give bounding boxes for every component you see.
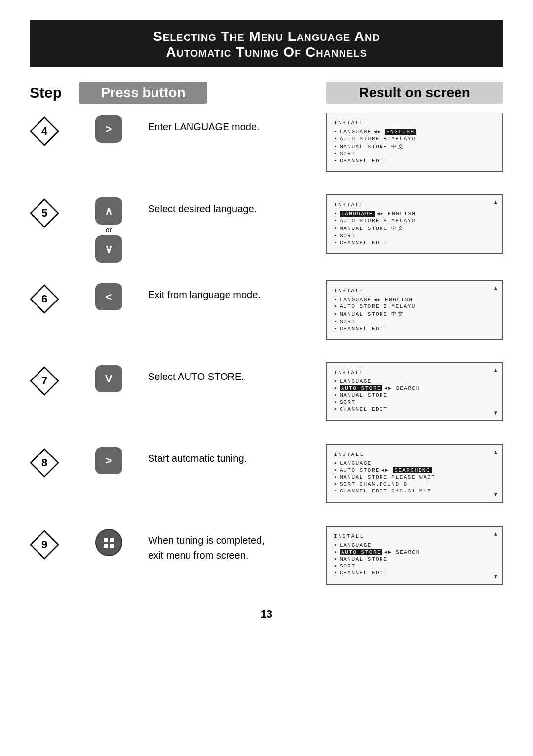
or-label: or [106,226,112,234]
svg-rect-6 [104,538,108,542]
screen-row-5-4: ▪CHANNEL EDIT [334,240,495,246]
step-row-5: 5∧or∨Select desired language.▲INSTALL▪LA… [30,194,503,263]
press-header: Press button [79,82,207,104]
screen-row-6-0: ▪LANGUAGE◄►ENGLISH [334,297,495,302]
screen-row-5-1: ▪AUTO STOREB.MELAYU [334,218,495,224]
screen-arrow-up-5: ▲ [494,199,497,206]
tv-screen-5: ▲INSTALL▪LANGUAGE◄►ENGLISH▪AUTO STOREB.M… [326,194,503,254]
screen-title-9: INSTALL [334,533,495,539]
screen-row-7-2: ▪MANUAL STORE [334,392,495,398]
screen-row-7-1: ▪AUTO STORE◄►SEARCH [334,385,495,391]
diamond-icon-4: 4 [30,116,59,146]
screen-arrow-down-7: ▼ [494,410,497,416]
step-description-7: Select AUTO STORE. [138,362,326,384]
button-col-8: > [79,444,138,474]
step-description-9: When tuning is completed,exit menu from … [138,526,326,563]
screen-row-4-1: ▪AUTO STOREB.MELAYU [334,136,495,142]
screen-row-8-4: ▪CHANNEL EDIT048.31 MHZ [334,488,495,494]
tv-screen-9: ▲INSTALL▪LANGUAGE▪AUTO STORE◄►SEARCH▪MAN… [326,526,503,585]
step-number-9: 9 [30,526,79,560]
screen-row-6-4: ▪CHANNEL EDIT [334,326,495,332]
screen-row-6-1: ▪AUTO STOREB.MELAYU [334,303,495,309]
step-description-8: Start automatic tuning. [138,444,326,466]
diamond-icon-8: 8 [30,448,59,478]
step-number-4: 4 [30,113,79,146]
step-row-9: 9When tuning is completed,exit menu from… [30,526,503,590]
screen-row-8-3: ▪SORTCHAN.FOUND 8 [334,481,495,487]
tv-screen-6: ▲INSTALL▪LANGUAGE◄►ENGLISH▪AUTO STOREB.M… [326,280,503,340]
screen-col-5: ▲INSTALL▪LANGUAGE◄►ENGLISH▪AUTO STOREB.M… [326,194,503,254]
up-button-step-5[interactable]: ∧ [95,197,122,225]
screen-col-4: INSTALL▪LANGUAGE◄►ENGLISH▪AUTO STOREB.ME… [326,113,503,172]
button-col-9 [79,526,138,556]
step-label-8: 8 [41,456,47,469]
step-number-8: 8 [30,444,79,478]
screen-row-4-3: ▪SORT [334,151,495,157]
svg-rect-7 [110,538,114,542]
screen-row-4-2: ▪MANUAL STORE中文 [334,143,495,150]
button-col-7: V [79,362,138,392]
step-row-4: 4>Enter LANGUAGE mode.INSTALL▪LANGUAGE◄►… [30,113,503,177]
result-header: Result on screen [326,82,503,104]
button-col-6: < [79,280,138,310]
svg-rect-8 [104,544,108,548]
step-number-5: 5 [30,194,79,228]
step-row-7: 7VSelect AUTO STORE.▲INSTALL▪LANGUAGE▪AU… [30,362,503,426]
step-description-5: Select desired language. [138,194,326,216]
title-line1: Selecting The Menu Language And [39,29,494,44]
steps-container: 4>Enter LANGUAGE mode.INSTALL▪LANGUAGE◄►… [30,113,503,590]
screen-row-4-4: ▪CHANNEL EDIT [334,158,495,164]
screen-row-8-1: ▪AUTO STORE◄►SEARCHING [334,467,495,473]
screen-row-7-0: ▪LANGUAGE [334,378,495,384]
step-number-6: 6 [30,280,79,314]
page-number: 13 [30,608,503,621]
screen-row-7-4: ▪CHANNEL EDIT [334,406,495,412]
title-line2: Automatic Tuning Of Channels [39,44,494,60]
screen-arrow-up-7: ▲ [494,367,497,374]
diamond-icon-5: 5 [30,198,59,228]
step-label-4: 4 [41,125,47,138]
svg-rect-9 [110,544,114,548]
step-row-6: 6<Exit from language mode.▲INSTALL▪LANGU… [30,280,503,344]
right-button-step-4[interactable]: > [95,115,122,143]
left-button-step-6[interactable]: < [95,283,122,310]
step-number-7: 7 [30,362,79,396]
screen-row-5-0: ▪LANGUAGE◄►ENGLISH [334,211,495,217]
step-label-5: 5 [41,207,47,220]
down-button-step-7[interactable]: V [95,365,122,392]
button-col-5: ∧or∨ [79,194,138,263]
step-header: Step [30,84,79,101]
step-description-6: Exit from language mode. [138,280,326,302]
right-button-step-8[interactable]: > [95,447,122,474]
screen-arrow-up-8: ▲ [494,449,497,456]
tv-screen-7: ▲INSTALL▪LANGUAGE▪AUTO STORE◄►SEARCH▪MAN… [326,362,503,421]
screen-row-9-2: ▪MANUAL STORE [334,556,495,562]
screen-title-8: INSTALL [334,451,495,457]
screen-row-6-3: ▪SORT [334,319,495,325]
screen-row-5-3: ▪SORT [334,233,495,239]
tv-screen-8: ▲INSTALL▪LANGUAGE▪AUTO STORE◄►SEARCHING▪… [326,444,503,503]
tv-screen-4: INSTALL▪LANGUAGE◄►ENGLISH▪AUTO STOREB.ME… [326,113,503,172]
screen-row-7-3: ▪SORT [334,399,495,405]
screen-title-5: INSTALL [334,201,495,208]
screen-arrow-down-8: ▼ [494,491,497,498]
step-row-8: 8>Start automatic tuning.▲INSTALL▪LANGUA… [30,444,503,508]
screen-arrow-up-6: ▲ [494,285,497,292]
screen-col-7: ▲INSTALL▪LANGUAGE▪AUTO STORE◄►SEARCH▪MAN… [326,362,503,421]
screen-row-9-0: ▪LANGUAGE [334,542,495,548]
down-button-step-5[interactable]: ∨ [95,235,122,263]
screen-row-5-2: ▪MANUAL STORE中文 [334,225,495,232]
screen-row-9-1: ▪AUTO STORE◄►SEARCH [334,549,495,555]
screen-col-6: ▲INSTALL▪LANGUAGE◄►ENGLISH▪AUTO STOREB.M… [326,280,503,340]
step-label-9: 9 [41,538,47,551]
screen-row-4-0: ▪LANGUAGE◄►ENGLISH [334,129,495,135]
screen-col-9: ▲INSTALL▪LANGUAGE▪AUTO STORE◄►SEARCH▪MAN… [326,526,503,585]
menu-button-step-9[interactable] [95,529,122,556]
title-box: Selecting The Menu Language And Automati… [30,20,503,67]
step-description-4: Enter LANGUAGE mode. [138,113,326,134]
column-headers: Step Press button Result on screen [30,82,503,104]
screen-title-4: INSTALL [334,119,495,126]
screen-row-9-3: ▪SORT [334,563,495,569]
diamond-icon-9: 9 [30,530,59,560]
screen-title-6: INSTALL [334,287,495,294]
